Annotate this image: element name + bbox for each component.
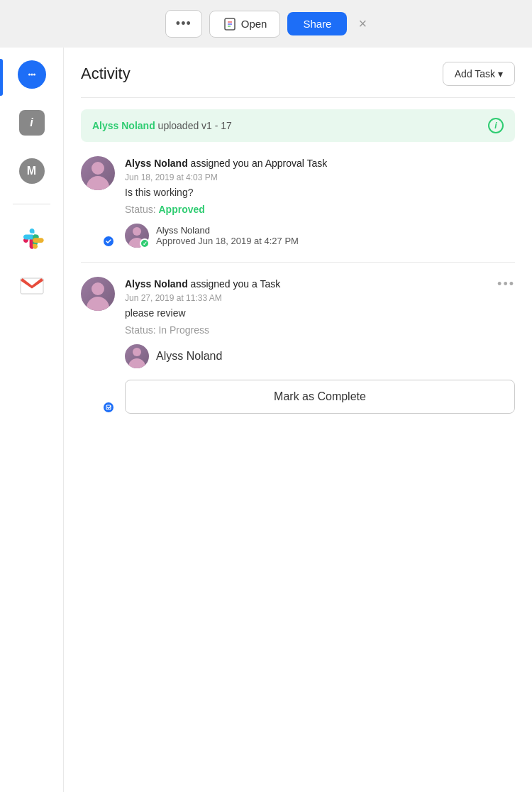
- sidebar-active-bar: [0, 59, 3, 96]
- task2-status-label: Status: In Progress: [125, 324, 209, 336]
- task2-message: please review: [125, 307, 515, 319]
- svg-point-7: [33, 74, 35, 76]
- task2-assignee-avatar: [125, 344, 149, 368]
- approval-user-name: Alyss Noland: [156, 225, 299, 236]
- slack-icon: [18, 224, 45, 251]
- task-item: Alyss Noland assigned you a Task ••• Jun…: [81, 277, 515, 428]
- share-button[interactable]: Share: [287, 12, 347, 35]
- task2-text: Alyss Noland assigned you a Task: [125, 277, 280, 292]
- approval-task-item: Alyss Noland assigned you an Approval Ta…: [81, 156, 515, 263]
- task1-text: Alyss Noland assigned you an Approval Ta…: [125, 156, 515, 171]
- svg-point-5: [28, 74, 31, 76]
- task2-body: Alyss Noland assigned you a Task ••• Jun…: [125, 277, 515, 414]
- task2-badge: [102, 401, 115, 414]
- task2-assignee: Alyss Noland: [125, 344, 515, 368]
- upload-message: uploaded v1 - 17: [155, 120, 232, 131]
- open-button[interactable]: Open: [209, 11, 281, 38]
- svg-point-6: [31, 74, 33, 76]
- chat-icon: [18, 60, 46, 89]
- upload-info-icon[interactable]: i: [488, 118, 504, 133]
- top-toolbar: ••• Open Share ×: [0, 0, 532, 48]
- gmail-icon: [19, 273, 45, 298]
- mark-complete-button[interactable]: Mark as Complete: [125, 380, 515, 414]
- task1-action: assigned you an Approval Task: [188, 158, 328, 169]
- close-button[interactable]: ×: [358, 16, 367, 32]
- activity-title: Activity: [81, 65, 131, 83]
- task2-timestamp: Jun 27, 2019 at 11:33 AM: [125, 293, 515, 303]
- content-area: Activity Add Task ▾ Alyss Noland uploade…: [64, 48, 532, 792]
- upload-notice: Alyss Noland uploaded v1 - 17 i: [81, 109, 515, 142]
- task2-action: assigned you a Task: [188, 278, 281, 290]
- task2-more-button[interactable]: •••: [497, 277, 515, 292]
- task2-avatar: [81, 277, 115, 311]
- task1-timestamp: Jun 18, 2019 at 4:03 PM: [125, 172, 515, 182]
- info-icon: i: [19, 110, 45, 136]
- task1-status-value: Approved: [158, 204, 204, 215]
- upload-user-name: Alyss Noland: [92, 120, 155, 131]
- task1-status: Status: Approved: [125, 204, 515, 215]
- task2-meta: Alyss Noland assigned you a Task •••: [125, 277, 515, 292]
- sidebar-item-m[interactable]: M: [16, 155, 48, 187]
- main-layout: i M: [0, 48, 532, 792]
- task2-assignee-name: Alyss Noland: [156, 350, 222, 363]
- sidebar-item-info[interactable]: i: [16, 107, 48, 138]
- sidebar: i M: [0, 48, 64, 792]
- task2-user-name: Alyss Noland: [125, 278, 188, 290]
- activity-header: Activity Add Task ▾: [81, 62, 515, 86]
- sidebar-item-slack[interactable]: [16, 221, 48, 253]
- open-icon: [223, 17, 237, 31]
- sidebar-item-gmail[interactable]: [16, 270, 48, 301]
- approval-time: Approved Jun 18, 2019 at 4:27 PM: [156, 236, 299, 246]
- task1-approval-user: Alyss Noland Approved Jun 18, 2019 at 4:…: [125, 224, 515, 248]
- task1-status-label: Status:: [125, 204, 158, 215]
- task1-avatar-wrapper: [81, 156, 115, 248]
- sidebar-divider: [13, 204, 50, 204]
- m-icon: M: [19, 158, 45, 184]
- task1-avatar: [81, 156, 115, 190]
- approval-check-icon: [140, 238, 150, 248]
- sidebar-item-chat[interactable]: [16, 59, 48, 90]
- header-divider: [81, 97, 515, 98]
- more-button[interactable]: •••: [165, 10, 202, 38]
- approval-info: Alyss Noland Approved Jun 18, 2019 at 4:…: [156, 225, 299, 246]
- task1-body: Alyss Noland assigned you an Approval Ta…: [125, 156, 515, 248]
- task2-status: Status: In Progress: [125, 324, 515, 336]
- task1-user-name: Alyss Noland: [125, 158, 188, 169]
- task1-message: Is this working?: [125, 187, 515, 198]
- open-label: Open: [241, 18, 267, 30]
- add-task-button[interactable]: Add Task ▾: [443, 62, 515, 86]
- task1-badge: [102, 235, 115, 248]
- task2-avatar-wrapper: [81, 277, 115, 414]
- upload-notice-text: Alyss Noland uploaded v1 - 17: [92, 120, 232, 131]
